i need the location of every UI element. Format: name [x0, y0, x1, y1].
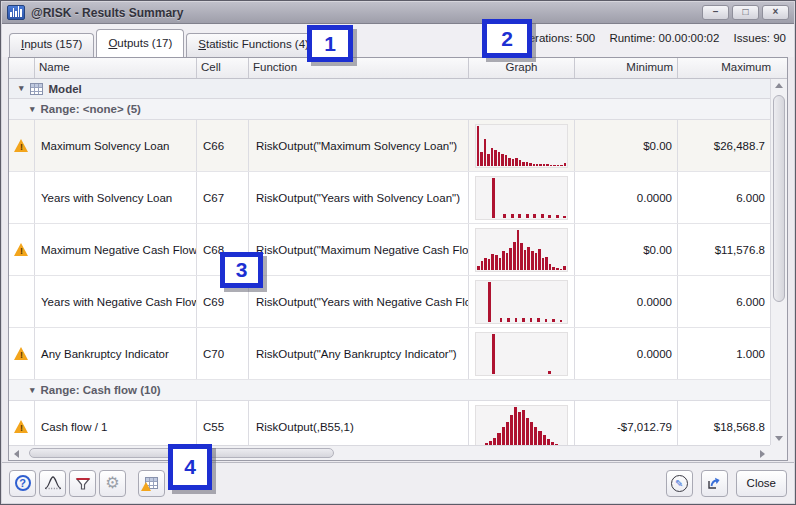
histogram-bar: [487, 154, 489, 165]
histogram-bar: [542, 258, 545, 269]
tab-outputs[interactable]: Outputs (17): [96, 29, 184, 57]
group-row-model[interactable]: ▾Model: [9, 79, 787, 99]
minimum-cell: 0.0000: [575, 328, 678, 379]
distribution-button[interactable]: [39, 470, 66, 497]
histogram-bar: [524, 250, 527, 270]
issues-status: Issues: 90: [734, 32, 786, 44]
header-cell[interactable]: Cell: [197, 58, 249, 78]
thumbnail-histogram-bell: [475, 228, 568, 272]
table-row[interactable]: Maximum Solvency LoanC66RiskOutput("Maxi…: [9, 120, 787, 172]
row-status-cell: [9, 328, 35, 379]
table-row[interactable]: Cash flow / 1C55RiskOutput(,B55,1)-$7,01…: [9, 401, 787, 445]
edit-pen-icon: ✎: [671, 475, 688, 492]
histogram-bar: [546, 164, 548, 165]
histogram-bar: [477, 266, 480, 269]
issues-button[interactable]: [138, 470, 165, 497]
maximize-button[interactable]: □: [732, 5, 759, 20]
histogram-bar: [549, 264, 552, 270]
annotate-button[interactable]: ✎: [666, 470, 693, 497]
histogram-bar: [553, 165, 555, 166]
minimum-cell: $0.00: [575, 224, 678, 275]
histogram-bar: [510, 415, 513, 446]
tab-statistic-functions[interactable]: Statistic Functions (4): [186, 33, 321, 57]
histogram-bar: [560, 320, 563, 322]
histogram-bar: [497, 433, 500, 445]
annotation-callout-2: 2: [482, 19, 532, 58]
histogram-bar: [538, 431, 541, 446]
graph-cell: [469, 328, 575, 379]
histogram-bar: [530, 318, 533, 322]
group-row-range[interactable]: ▾Range: <none> (5): [9, 99, 787, 120]
collapse-arrow-icon[interactable]: ▾: [30, 386, 35, 395]
table-row[interactable]: Years with Negative Cash FlowC69RiskOutp…: [9, 276, 787, 328]
histogram-bar: [492, 178, 495, 218]
vertical-scrollbar[interactable]: [770, 79, 787, 445]
name-cell: Years with Solvency Loan: [35, 172, 197, 223]
histogram-bar: [484, 139, 486, 165]
scroll-down-icon[interactable]: [775, 436, 783, 441]
histogram-bar: [498, 152, 500, 166]
histogram-bar: [533, 214, 536, 218]
minimize-button[interactable]: –: [702, 5, 729, 20]
name-cell: Years with Negative Cash Flow: [35, 276, 197, 327]
scroll-up-icon[interactable]: [775, 83, 783, 88]
table-row[interactable]: Any Bankruptcy IndicatorC70RiskOutput("A…: [9, 328, 787, 380]
export-icon: [706, 475, 722, 491]
header-name[interactable]: Name: [35, 58, 197, 78]
row-status-cell: [9, 172, 35, 223]
vertical-scroll-thumb[interactable]: [773, 95, 785, 302]
scroll-left-icon[interactable]: [14, 450, 19, 458]
histogram-bar: [534, 427, 537, 446]
scroll-right-icon[interactable]: [760, 450, 765, 458]
histogram-bar: [556, 215, 559, 217]
settings-button[interactable]: ⚙: [99, 470, 126, 497]
range-label: Range: Cash flow (10): [41, 384, 161, 396]
filter-button[interactable]: [69, 470, 96, 497]
header-maximum[interactable]: Maximum: [678, 58, 787, 78]
graph-cell: [469, 224, 575, 275]
tab-inputs[interactable]: Inputs (157): [9, 33, 94, 57]
name-cell: Any Bankruptcy Indicator: [35, 328, 197, 379]
collapse-arrow-icon[interactable]: ▾: [30, 105, 35, 114]
minimum-cell: $0.00: [575, 120, 678, 171]
histogram-bar: [495, 255, 498, 269]
group-row-range[interactable]: ▾Range: Cash flow (10): [9, 380, 787, 401]
minimum-cell: 0.0000: [575, 172, 678, 223]
histogram-bar: [543, 164, 545, 165]
close-window-button[interactable]: ×: [762, 5, 789, 20]
title-bar[interactable]: @RISK - Results Summary – □ ×: [2, 2, 794, 24]
histogram-bar: [539, 164, 541, 166]
name-cell: Maximum Solvency Loan: [35, 120, 197, 171]
runtime-status: Runtime: 00.00:00:02: [609, 32, 719, 44]
help-icon: ?: [15, 475, 31, 491]
graph-cell: [469, 120, 575, 171]
thumbnail-histogram-spike: [475, 176, 568, 220]
header-function[interactable]: Function: [249, 58, 469, 78]
export-button[interactable]: [701, 470, 728, 497]
bottom-toolbar: ? ⚙ ✎: [2, 462, 794, 503]
close-button[interactable]: Close: [736, 470, 787, 497]
histogram-bar: [531, 251, 534, 269]
histogram-bar: [533, 164, 535, 166]
histogram-bar: [527, 247, 530, 269]
histogram-bar: [500, 318, 503, 321]
histogram-bar: [480, 152, 482, 166]
collapse-arrow-icon[interactable]: ▾: [19, 84, 24, 93]
histogram-bar: [552, 319, 555, 321]
histogram-bar: [512, 159, 514, 165]
histogram-bar: [526, 418, 529, 445]
thumbnail-histogram-decay: [475, 124, 568, 168]
help-button[interactable]: ?: [9, 470, 36, 497]
histogram-bar: [522, 162, 524, 166]
table-row[interactable]: Maximum Negative Cash FlowC68RiskOutput(…: [9, 224, 787, 276]
histogram-bar: [502, 427, 505, 445]
header-minimum[interactable]: Minimum: [575, 58, 678, 78]
function-cell: RiskOutput(,B55,1): [249, 401, 469, 445]
histogram-bar: [499, 258, 502, 270]
histogram-bar: [529, 163, 531, 166]
graph-cell: [469, 401, 575, 445]
horizontal-scrollbar[interactable]: [9, 445, 770, 460]
histogram-bar: [517, 230, 520, 270]
header-graph[interactable]: Graph: [469, 58, 575, 78]
table-row[interactable]: Years with Solvency LoanC67RiskOutput("Y…: [9, 172, 787, 224]
